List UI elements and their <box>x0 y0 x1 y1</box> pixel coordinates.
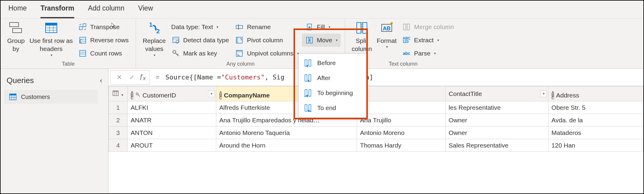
fill-button[interactable]: Fill ▾ <box>302 20 341 34</box>
move-before[interactable]: Before <box>299 55 366 70</box>
move-to-beginning-label: To beginning <box>317 89 353 97</box>
group-table-label: Table <box>5 61 131 68</box>
column-header-customerid[interactable]: ABC CustomerID ▼ <box>128 86 216 101</box>
svg-rect-13 <box>80 50 86 56</box>
tab-add-column[interactable]: Add column <box>88 4 124 18</box>
column-filter-button[interactable]: ▼ <box>540 91 547 97</box>
cell[interactable]: AROUT <box>128 139 216 152</box>
text-type-icon: ABC <box>131 91 133 99</box>
svg-text:1: 1 <box>149 21 152 28</box>
count-rows-button[interactable]: Count rows <box>75 47 131 60</box>
move-after[interactable]: After <box>299 70 366 85</box>
extract-button[interactable]: ABC123 Extract ▾ <box>399 34 457 47</box>
text-type-icon: ABC <box>219 91 222 99</box>
svg-text:AB: AB <box>383 25 391 31</box>
move-button[interactable]: Move ▾ <box>302 34 341 47</box>
use-first-row-button[interactable]: Use first row as headers ▾ <box>27 20 75 58</box>
replace-values-button[interactable]: 12 Replace values ▾ <box>140 20 168 58</box>
rename-button[interactable]: Rename <box>232 20 302 34</box>
col-companyname-label: CompanyName <box>224 92 270 99</box>
group-table: Group by Use first row as headers ▾ Tran… <box>1 19 136 68</box>
row-number[interactable]: 3 <box>109 127 128 139</box>
cell[interactable]: 120 Han <box>548 139 643 152</box>
cell[interactable]: Around the Horn <box>216 139 357 152</box>
cell[interactable]: Owner <box>445 114 548 127</box>
data-type-button[interactable]: Data type: Text ▾ <box>168 20 232 34</box>
svg-marker-32 <box>308 26 311 28</box>
row-number[interactable]: 2 <box>109 114 128 127</box>
cell[interactable]: Sales Representative <box>445 139 548 152</box>
svg-rect-54 <box>309 105 311 111</box>
accept-formula-button[interactable]: ✓ <box>127 73 137 81</box>
cell[interactable]: ANTON <box>128 127 216 139</box>
cell[interactable]: Antonio Moreno <box>357 127 446 139</box>
data-grid: ▼ ABC CustomerID ▼ <box>108 86 643 193</box>
svg-rect-25 <box>236 25 243 28</box>
cell[interactable]: Obere Str. 5 <box>548 101 643 114</box>
reverse-rows-button[interactable]: Reverse rows <box>75 34 131 47</box>
mark-as-key-button[interactable]: Mark as key <box>168 47 232 60</box>
svg-text:2: 2 <box>156 28 160 34</box>
parse-label: Parse <box>414 50 430 57</box>
collapse-queries-button[interactable]: ‹ <box>100 77 102 85</box>
cancel-formula-button[interactable]: ✕ <box>114 73 124 81</box>
rename-label: Rename <box>247 23 270 31</box>
format-label: Format <box>377 37 397 45</box>
cell[interactable]: Mataderos <box>548 127 643 139</box>
svg-rect-34 <box>310 37 312 43</box>
tab-view[interactable]: View <box>138 4 153 18</box>
svg-marker-56 <box>308 110 310 112</box>
cell[interactable]: les Representative <box>445 101 548 114</box>
cell[interactable]: ALFKI <box>128 101 216 114</box>
cell[interactable]: Owner <box>445 127 548 139</box>
svg-rect-0 <box>10 22 19 27</box>
chevron-down-icon: ▾ <box>386 45 388 49</box>
pivot-button[interactable]: Pivot column <box>232 34 302 47</box>
key-icon <box>135 92 141 99</box>
cell[interactable]: Thomas Hardy <box>357 139 446 152</box>
cell[interactable]: ANATR <box>128 114 216 127</box>
column-header-contactname[interactable]: ABC <box>357 86 446 101</box>
pivot-label: Pivot column <box>247 37 283 44</box>
move-label: Move <box>317 37 332 44</box>
row-number[interactable]: 4 <box>109 139 128 152</box>
unpivot-button[interactable]: Unpivot columns ▾ <box>232 47 302 60</box>
format-button[interactable]: AB Format ▾ <box>374 20 399 49</box>
row-header-corner[interactable]: ▼ <box>109 86 128 101</box>
tab-home[interactable]: Home <box>8 4 27 18</box>
merge-columns-button[interactable]: Merge column <box>399 20 457 34</box>
cell[interactable]: Ana Trujillo <box>357 114 446 127</box>
fx-button[interactable]: ƒx <box>139 73 146 82</box>
reverse-rows-label: Reverse rows <box>90 37 129 44</box>
group-by-icon <box>9 21 23 35</box>
cell[interactable] <box>357 101 446 114</box>
group-by-button[interactable]: Group by <box>5 20 27 53</box>
row-number[interactable]: 1 <box>109 101 128 114</box>
move-after-icon <box>303 73 312 82</box>
table-row[interactable]: 3ANTONAntonio Moreno TaqueríaAntonio Mor… <box>109 127 643 139</box>
replace-values-label: Replace values <box>143 37 166 53</box>
tab-transform[interactable]: Transform <box>40 4 74 18</box>
table-row[interactable]: 4AROUTAround the HornThomas HardySales R… <box>109 139 643 152</box>
svg-rect-44 <box>309 60 311 66</box>
query-item-customers[interactable]: Customers <box>4 90 98 104</box>
table-row[interactable]: 2ANATRAna Trujillo Emparedados y helad…A… <box>109 114 643 127</box>
split-column-button[interactable]: Split column ▾ <box>349 20 374 58</box>
move-to-beginning[interactable]: To beginning <box>299 85 366 100</box>
transpose-button[interactable]: Transpose <box>75 20 131 34</box>
move-before-label: Before <box>317 59 336 67</box>
table-icon <box>8 92 17 101</box>
parse-button[interactable]: abc Parse ▾ <box>399 47 457 60</box>
cell[interactable]: Avda. de la <box>548 114 643 127</box>
cell[interactable]: Antonio Moreno Taquería <box>216 127 357 139</box>
move-to-end[interactable]: To end <box>299 100 366 115</box>
svg-rect-47 <box>309 75 311 81</box>
column-header-contacttitle[interactable]: ContactTitle ▼ <box>445 86 548 101</box>
detect-data-type-button[interactable]: Detect data type <box>168 34 232 47</box>
svg-rect-36 <box>357 22 361 33</box>
table-row[interactable]: 1ALFKIAlfreds Futterkisteles Representat… <box>109 101 643 114</box>
column-filter-button[interactable]: ▼ <box>208 91 215 97</box>
svg-marker-52 <box>306 95 308 97</box>
column-header-address[interactable]: ABC Address <box>548 86 643 101</box>
svg-rect-3 <box>46 23 57 25</box>
